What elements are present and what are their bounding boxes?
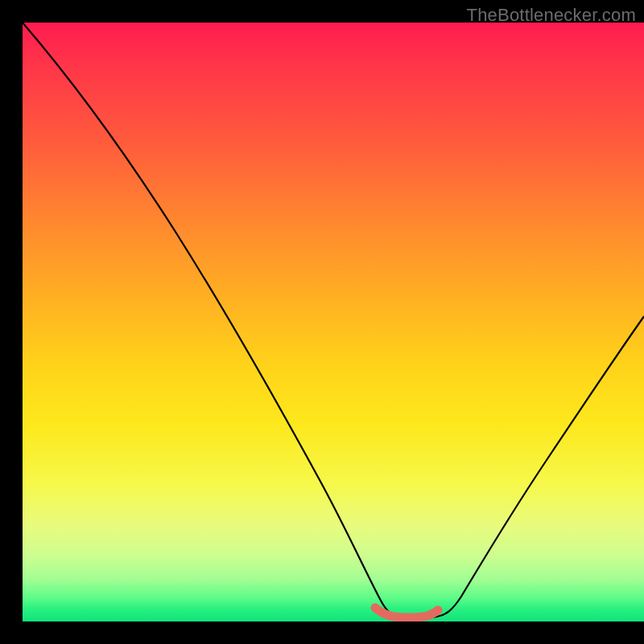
bottleneck-curve [23,23,644,618]
chart-frame: TheBottlenecker.com [0,0,644,644]
plot-area [23,23,644,621]
highlight-segment [375,608,438,617]
curve-layer [23,23,644,621]
watermark-text: TheBottlenecker.com [467,5,636,26]
